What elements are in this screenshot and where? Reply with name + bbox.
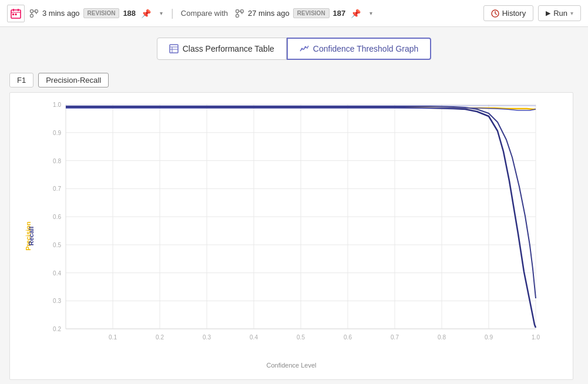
- history-label: History: [502, 9, 526, 18]
- left-revision-number: 188: [123, 9, 136, 18]
- svg-text:0.2: 0.2: [53, 326, 61, 332]
- left-revision-label: REVISION: [83, 8, 120, 18]
- history-button[interactable]: History: [483, 5, 533, 21]
- svg-text:0.6: 0.6: [344, 334, 352, 341]
- top-bar-left: 3 mins ago REVISION 188 📌 ▾ | Compare wi…: [7, 5, 376, 22]
- branch-icon: [29, 9, 39, 18]
- svg-text:0.8: 0.8: [53, 158, 61, 164]
- top-bar: 3 mins ago REVISION 188 📌 ▾ | Compare wi…: [0, 0, 588, 27]
- left-dropdown-button[interactable]: ▾: [156, 7, 166, 20]
- right-revision-number: 187: [333, 9, 346, 18]
- svg-point-22: [304, 46, 306, 48]
- filter-precision-recall-label: Precision-Recall: [46, 76, 101, 85]
- svg-text:0.4: 0.4: [250, 334, 258, 341]
- svg-text:0.2: 0.2: [156, 334, 164, 341]
- calendar-button[interactable]: [7, 5, 25, 22]
- filter-row: F1 Precision-Recall: [9, 67, 579, 92]
- y-axis-recall-label: Recall: [28, 227, 35, 245]
- left-pin-button[interactable]: 📌: [139, 7, 152, 20]
- svg-point-21: [301, 48, 303, 50]
- svg-point-8: [31, 14, 33, 17]
- right-time-ago: 27 mins ago: [248, 9, 290, 18]
- svg-text:0.3: 0.3: [53, 298, 61, 304]
- svg-text:0.5: 0.5: [297, 334, 305, 341]
- tab-class-performance[interactable]: Class Performance Table: [157, 38, 287, 60]
- run-play-icon: ▶: [546, 9, 550, 17]
- filter-f1-button[interactable]: F1: [9, 73, 33, 87]
- right-revision-block: 27 mins ago REVISION 187 📌 ▾: [235, 7, 376, 20]
- right-pin-button[interactable]: 📌: [349, 7, 362, 20]
- tab-class-performance-label: Class Performance Table: [183, 44, 274, 53]
- right-revision-label: REVISION: [293, 8, 330, 18]
- run-button[interactable]: ▶ Run ▾: [538, 5, 581, 21]
- chart-line-icon: [300, 44, 309, 53]
- main-content: F1 Precision-Recall Precision Recall Con…: [0, 67, 588, 380]
- table-icon: [169, 44, 179, 53]
- chart-area: Precision Recall Confidence Level 1.0 0.…: [9, 92, 573, 380]
- svg-rect-4: [12, 14, 14, 15]
- calendar-icon: [11, 8, 21, 19]
- x-axis-label: Confidence Level: [266, 362, 316, 369]
- svg-text:1.0: 1.0: [53, 102, 61, 108]
- svg-text:0.5: 0.5: [53, 242, 61, 248]
- svg-text:0.7: 0.7: [53, 186, 61, 192]
- svg-line-16: [495, 14, 497, 15]
- filter-precision-recall-button[interactable]: Precision-Recall: [38, 73, 109, 87]
- svg-point-6: [31, 9, 33, 12]
- filter-f1-label: F1: [17, 76, 26, 85]
- svg-text:0.9: 0.9: [53, 130, 61, 136]
- svg-point-12: [236, 14, 238, 17]
- svg-text:0.7: 0.7: [391, 334, 399, 341]
- svg-rect-17: [170, 45, 178, 53]
- tabs-row: Class Performance Table Confidence Thres…: [0, 27, 588, 67]
- svg-text:0.9: 0.9: [485, 334, 493, 341]
- separator: |: [171, 7, 174, 19]
- run-dropdown-icon: ▾: [570, 10, 573, 16]
- left-revision-block: 3 mins ago REVISION 188 📌 ▾: [29, 7, 166, 20]
- top-bar-right: History ▶ Run ▾: [483, 5, 581, 21]
- tab-confidence-threshold-label: Confidence Threshold Graph: [313, 44, 419, 53]
- svg-rect-5: [15, 14, 17, 15]
- svg-text:0.6: 0.6: [53, 214, 61, 220]
- svg-text:0.3: 0.3: [203, 334, 211, 341]
- right-dropdown-button[interactable]: ▾: [365, 7, 376, 20]
- svg-text:1.0: 1.0: [532, 334, 540, 341]
- tab-confidence-threshold[interactable]: Confidence Threshold Graph: [287, 38, 432, 60]
- run-label: Run: [553, 9, 567, 18]
- left-time-ago: 3 mins ago: [42, 9, 80, 18]
- svg-text:0.4: 0.4: [53, 270, 61, 277]
- svg-text:0.1: 0.1: [109, 334, 117, 341]
- svg-point-10: [236, 9, 238, 12]
- chart-svg: 1.0 0.9 0.8 0.7 0.6 0.5 0.4 0.3 0.2 0.1 …: [42, 99, 553, 351]
- branch-icon-2: [235, 9, 244, 18]
- history-icon: [491, 9, 499, 18]
- compare-with-label: Compare with: [179, 9, 230, 18]
- svg-text:0.8: 0.8: [438, 334, 446, 341]
